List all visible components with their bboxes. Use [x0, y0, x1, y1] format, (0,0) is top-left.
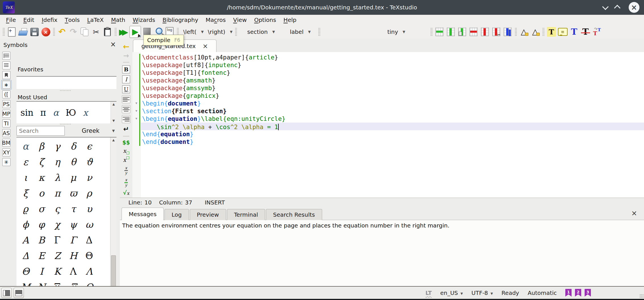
fold-marker[interactable]: ▾ — [134, 101, 139, 105]
toggle-bottom-panel-button[interactable] — [14, 288, 24, 298]
redo-button[interactable]: ↷ — [68, 26, 79, 38]
toolbar-handle[interactable] — [430, 28, 432, 36]
greek-symbol[interactable]: H — [65, 248, 81, 264]
language-dropdown[interactable]: en_US ▼ — [440, 289, 463, 296]
bold-button[interactable]: B — [122, 65, 130, 73]
underline-button[interactable]: U — [122, 85, 130, 93]
greek-symbol[interactable]: K — [49, 264, 65, 279]
menu-item-macros[interactable]: Macros — [202, 15, 230, 25]
comment-text-button[interactable]: ≡ — [557, 26, 568, 38]
code-line[interactable]: \documentclass[10pt,a4paper]{article} — [141, 53, 644, 61]
greek-symbol[interactable]: ρ — [81, 185, 97, 201]
favorites-list[interactable] — [16, 76, 116, 89]
maximize-button[interactable] — [614, 5, 621, 11]
symbol-category-dropdown[interactable]: Greek ▼ — [65, 126, 116, 136]
greek-symbol[interactable]: γ — [49, 138, 65, 154]
line-break-button[interactable]: ↵ — [123, 125, 129, 133]
menu-item-math[interactable]: Math — [107, 15, 129, 25]
toggle-side-panel-button[interactable] — [1, 288, 12, 298]
greek-symbol[interactable]: Z — [49, 248, 65, 264]
toolbar-handle[interactable] — [114, 28, 116, 36]
greek-symbol[interactable]: κ — [34, 170, 49, 185]
most-used-scroll-up-button[interactable]: ▲ — [112, 102, 115, 106]
section-handle[interactable] — [60, 90, 71, 92]
sqrt-button[interactable]: √x — [123, 189, 129, 196]
most-used-symbol[interactable]: π — [40, 107, 46, 118]
greek-symbol[interactable]: Δ — [81, 232, 97, 248]
panel-tab-preview[interactable]: Preview — [190, 209, 226, 220]
symbols-tab-structure[interactable] — [2, 52, 11, 60]
close-window-button[interactable]: × — [629, 2, 639, 13]
encoding-dropdown[interactable]: UTF-8 ▼ — [472, 289, 493, 296]
close-output-panel-button[interactable]: × — [631, 209, 637, 217]
greek-symbol[interactable]: λ — [49, 170, 65, 185]
paste-button[interactable] — [102, 26, 113, 38]
symbols-tab-most-used-symbols[interactable]: ∗ — [2, 81, 11, 89]
greek-symbol[interactable]: ε — [18, 154, 34, 170]
menu-item-wizards[interactable]: Wizards — [129, 15, 159, 25]
greek-symbol[interactable]: ϵ — [81, 138, 97, 154]
menu-item-help[interactable]: Help — [280, 15, 300, 25]
label-dropdown[interactable]: label▼ — [284, 27, 317, 37]
inline-math-button[interactable]: $$ — [122, 139, 130, 146]
code-line[interactable]: \usepackage{amssymb} — [141, 84, 644, 92]
close-symbols-panel-button[interactable]: × — [110, 40, 116, 48]
greek-symbol[interactable]: β — [34, 138, 49, 154]
greek-symbol[interactable]: ν — [81, 170, 97, 185]
greek-symbol[interactable]: δ — [65, 138, 81, 154]
menu-item-bibliography[interactable]: Bibliography — [159, 15, 202, 25]
languagetool-status-icon[interactable]: LT — [426, 290, 432, 296]
menu-item-options[interactable]: Options — [251, 15, 280, 25]
greek-symbol[interactable]: θ — [65, 154, 81, 170]
greek-symbol[interactable]: Γ — [65, 232, 81, 248]
toolbar-handle[interactable] — [318, 28, 320, 36]
section-handle[interactable] — [60, 123, 71, 125]
symbols-tab-metapost[interactable]: MP — [2, 110, 11, 118]
code-line[interactable]: \begin{document} — [141, 100, 644, 107]
align-left-button[interactable] — [122, 95, 130, 103]
code-line[interactable]: \usepackage{amsmath} — [141, 76, 644, 84]
symbol-search-input[interactable] — [16, 126, 65, 136]
menu-item-file[interactable]: File — [2, 15, 20, 25]
highlight-text-button[interactable]: T — [546, 26, 557, 38]
greek-symbol[interactable]: Δ — [18, 248, 34, 264]
add-table-column-button[interactable] — [445, 26, 456, 38]
fold-marker[interactable]: ▾ — [134, 116, 139, 121]
build-and-view-button[interactable]: ▶▶ — [118, 26, 129, 38]
symbols-tab-brackets[interactable]: ([ — [2, 90, 11, 98]
greek-symbol[interactable]: π — [49, 185, 65, 201]
align-right-button[interactable] — [122, 115, 130, 123]
code-line[interactable]: \sin^2 \alpha + \cos^2 \alpha = 1 — [141, 123, 644, 130]
greek-symbol[interactable]: τ — [65, 201, 81, 217]
greek-symbol[interactable]: α — [18, 138, 34, 154]
add-table-row-button[interactable] — [434, 26, 445, 38]
previous-placeholder-button[interactable]: △ — [518, 26, 529, 38]
insert-mode-indicator[interactable]: INSERT — [205, 199, 225, 206]
greek-symbol[interactable]: ζ — [34, 154, 49, 170]
close-document-button[interactable]: × — [40, 26, 51, 38]
menu-item-idefix[interactable]: Idefix — [38, 15, 61, 25]
symbols-tab-asymptote[interactable]: AS — [2, 129, 11, 137]
panel-tab-terminal[interactable]: Terminal — [227, 209, 265, 220]
toolbar-handle[interactable] — [3, 28, 5, 36]
greek-symbol[interactable]: Λ — [81, 264, 97, 279]
panel-tab-search-results[interactable]: Search Results — [266, 209, 322, 220]
code-line[interactable]: \section{First section} — [141, 107, 644, 115]
compile-button[interactable]: ▶▲ — [130, 26, 141, 38]
code-line[interactable]: \end{document} — [141, 138, 644, 146]
most-used-symbol[interactable]: sin — [20, 107, 34, 118]
greek-symbol[interactable]: ϖ — [65, 185, 81, 201]
toolbar-handle[interactable] — [542, 28, 544, 36]
greek-symbol[interactable]: B — [34, 232, 49, 248]
new-document-button[interactable]: + — [6, 26, 17, 38]
symbols-tab-tikz[interactable]: TI — [2, 119, 11, 127]
menu-item-tools[interactable]: Tools — [61, 15, 84, 25]
code-line[interactable]: \begin{equation}\label{eqn:unityCircle} — [141, 115, 644, 123]
font-size-dropdown[interactable]: tiny▼ — [364, 27, 429, 37]
paste-table-column-button[interactable] — [457, 26, 468, 38]
section-dropdown[interactable]: section▼ — [238, 27, 284, 37]
strikeout-text-button[interactable]: T — [580, 26, 591, 38]
greek-symbol[interactable]: Θ — [18, 264, 34, 279]
greek-symbol[interactable]: ο — [34, 185, 49, 201]
greek-symbol[interactable]: E — [34, 248, 49, 264]
